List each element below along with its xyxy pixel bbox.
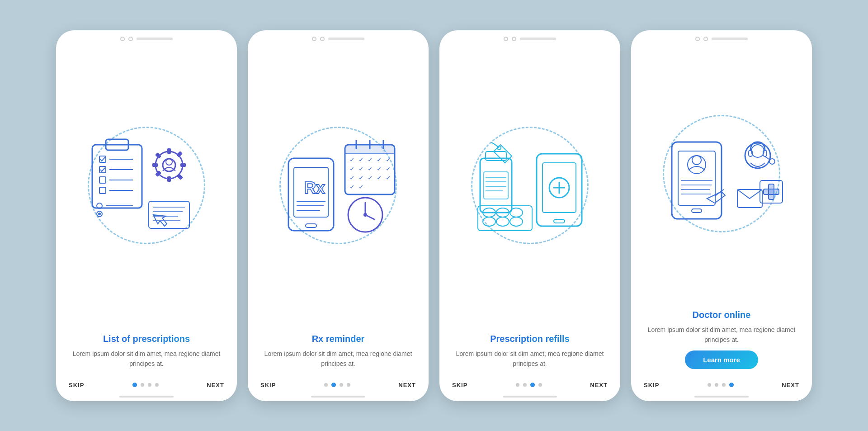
skip-button-3[interactable]: SKIP	[452, 382, 467, 388]
next-button-1[interactable]: NEXT	[207, 382, 224, 388]
dot-1-3	[148, 383, 151, 387]
svg-rect-6	[99, 177, 106, 183]
svg-point-82	[496, 217, 509, 226]
dot-3-3	[530, 383, 535, 387]
svg-rect-14	[152, 163, 158, 167]
svg-point-80	[510, 208, 523, 217]
top-line-3	[520, 38, 556, 40]
skip-button-1[interactable]: SKIP	[69, 382, 84, 388]
top-bar-2	[248, 30, 429, 45]
svg-rect-15	[180, 163, 186, 167]
skip-button-2[interactable]: SKIP	[260, 382, 276, 388]
card-description-4: Lorem ipsum dolor sit dim amet, mea regi…	[644, 325, 799, 345]
dot-4-3	[722, 383, 726, 387]
svg-text:✓: ✓	[349, 174, 355, 181]
dots-3	[516, 383, 542, 387]
card-description-2: Lorem ipsum dolor sit dim amet, mea regi…	[260, 349, 416, 369]
svg-point-24	[98, 213, 101, 215]
skip-button-4[interactable]: SKIP	[644, 382, 659, 388]
dot-2-1	[324, 383, 328, 387]
dots-1	[132, 383, 159, 387]
svg-point-81	[483, 217, 495, 226]
bottom-indicator-4	[694, 396, 749, 398]
svg-rect-36	[306, 224, 316, 227]
dot-4-2	[715, 383, 718, 387]
svg-rect-77	[478, 206, 532, 231]
next-button-4[interactable]: NEXT	[782, 382, 799, 388]
svg-rect-95	[692, 209, 702, 213]
svg-text:✓: ✓	[377, 174, 382, 181]
illustration-area-4	[631, 45, 812, 303]
top-circle-7	[695, 37, 700, 41]
svg-point-20	[166, 159, 172, 165]
card-title-4: Doctor online	[644, 310, 799, 320]
bottom-indicator-2	[311, 396, 365, 398]
svg-text:✓: ✓	[386, 165, 391, 172]
top-circle-1	[120, 37, 125, 41]
dot-4-1	[708, 383, 711, 387]
dot-1-4	[155, 383, 159, 387]
svg-text:✓: ✓	[377, 165, 382, 172]
top-line-1	[137, 38, 173, 40]
phone-card-3: Prescription refills Lorem ipsum dolor s…	[439, 30, 620, 401]
dot-2-2	[331, 383, 336, 387]
dots-4	[708, 383, 734, 387]
svg-rect-13	[167, 176, 171, 182]
svg-point-97	[751, 145, 764, 157]
svg-text:✓: ✓	[377, 156, 382, 163]
top-circle-4	[320, 37, 325, 41]
svg-text:✓: ✓	[359, 174, 364, 181]
svg-text:✓: ✓	[368, 156, 373, 163]
svg-text:✓: ✓	[349, 156, 355, 163]
next-button-2[interactable]: NEXT	[398, 382, 416, 388]
svg-rect-8	[99, 187, 106, 194]
card-description-1: Lorem ipsum dolor sit dim amet, mea regi…	[69, 349, 224, 369]
svg-rect-41	[345, 145, 395, 154]
content-area-4: Doctor online Lorem ipsum dolor sit dim …	[631, 303, 812, 378]
cards-container: List of prescriptions Lorem ipsum dolor …	[38, 12, 830, 419]
svg-rect-12	[167, 148, 171, 154]
bottom-nav-2: SKIP NEXT	[248, 378, 429, 394]
dot-2-3	[340, 383, 343, 387]
svg-rect-19	[176, 151, 183, 157]
bottom-nav-1: SKIP NEXT	[56, 378, 237, 394]
phone-card-4: Doctor online Lorem ipsum dolor sit dim …	[631, 30, 812, 401]
svg-text:✓: ✓	[349, 183, 355, 190]
illustration-area-2: Rx ✓ ✓ ✓ ✓ ✓	[248, 45, 429, 327]
svg-line-63	[365, 215, 374, 219]
svg-rect-16	[155, 152, 161, 159]
svg-rect-84	[554, 219, 565, 223]
phone-card-1: List of prescriptions Lorem ipsum dolor …	[56, 30, 237, 401]
top-bar-3	[439, 30, 620, 45]
top-line-4	[712, 38, 748, 40]
top-circle-3	[312, 37, 316, 41]
next-button-3[interactable]: NEXT	[590, 382, 608, 388]
svg-point-101	[769, 159, 775, 164]
dot-1-1	[132, 383, 137, 387]
svg-text:✓: ✓	[386, 174, 391, 181]
svg-text:Rx: Rx	[304, 179, 325, 197]
card-description-3: Lorem ipsum dolor sit dim amet, mea regi…	[452, 349, 608, 369]
bottom-indicator-1	[119, 396, 174, 398]
svg-line-94	[715, 191, 722, 196]
svg-text:✓: ✓	[359, 156, 364, 163]
dot-3-1	[516, 383, 519, 387]
bottom-nav-4: SKIP NEXT	[631, 378, 812, 394]
doctor-illustration	[658, 119, 785, 228]
svg-text:✓: ✓	[368, 165, 373, 172]
learn-more-button[interactable]: Learn more	[685, 350, 758, 369]
illustration-area-3	[439, 45, 620, 327]
content-area-3: Prescription refills Lorem ipsum dolor s…	[439, 327, 620, 378]
phone-card-2: Rx ✓ ✓ ✓ ✓ ✓	[248, 30, 429, 401]
top-circle-5	[504, 37, 508, 41]
bottom-nav-3: SKIP NEXT	[439, 378, 620, 394]
dot-4-4	[729, 383, 734, 387]
svg-point-83	[510, 217, 523, 226]
top-bar-1	[56, 30, 237, 45]
content-area-1: List of prescriptions Lorem ipsum dolor …	[56, 327, 237, 378]
refills-illustration	[467, 131, 593, 240]
svg-text:✓: ✓	[359, 165, 364, 172]
top-line-2	[328, 38, 364, 40]
svg-point-88	[692, 156, 701, 165]
card-title-1: List of prescriptions	[69, 334, 224, 344]
